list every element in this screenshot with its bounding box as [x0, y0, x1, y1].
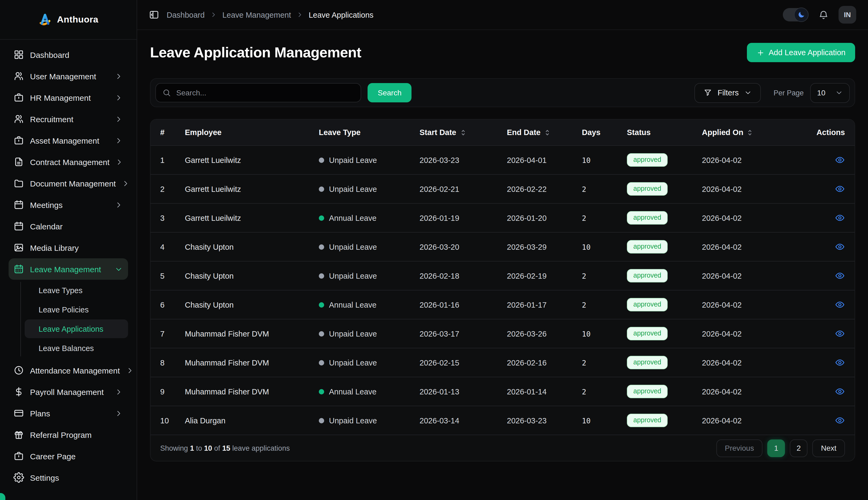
sidebar-item-document-management[interactable]: Document Management — [9, 172, 128, 194]
end-date: 2026-02-19 — [507, 271, 582, 280]
sidebar-item-hr-management[interactable]: HR Management — [9, 87, 128, 108]
add-leave-application-button[interactable]: Add Leave Application — [747, 43, 855, 62]
days-count: 10 — [582, 416, 627, 425]
sidebar-item-calendar[interactable]: Calendar — [9, 215, 128, 237]
leave-type-label: Annual Leave — [329, 387, 376, 396]
sidebar-item-payroll-management[interactable]: Payroll Management — [9, 381, 128, 402]
employee-name: Garrett Lueilwitz — [185, 214, 319, 222]
leave-applications-table: #EmployeeLeave TypeStart DateEnd DateDay… — [150, 119, 855, 462]
applied-on-date: 2026-04-02 — [702, 214, 788, 222]
notifications-bell-icon[interactable] — [818, 9, 829, 20]
days-count: 2 — [582, 300, 627, 309]
breadcrumb-item-leave-management[interactable]: Leave Management — [222, 10, 291, 19]
sidebar-subitem-leave-types[interactable]: Leave Types — [25, 281, 128, 299]
per-page-value: 10 — [817, 88, 825, 97]
sidebar-item-label: Dashboard — [30, 50, 123, 59]
pagination: Previous12Next — [716, 439, 845, 457]
view-eye-icon[interactable] — [835, 271, 845, 281]
chevron-right-icon — [126, 366, 134, 374]
view-eye-icon[interactable] — [835, 386, 845, 397]
end-date: 2026-01-20 — [507, 214, 582, 222]
sidebar-subitem-leave-applications[interactable]: Leave Applications — [25, 319, 128, 338]
view-eye-icon[interactable] — [835, 329, 845, 339]
sidebar-item-label: Plans — [30, 409, 109, 418]
sidebar-subitem-label: Leave Applications — [38, 325, 103, 333]
view-eye-icon[interactable] — [835, 299, 845, 310]
breadcrumb-item-dashboard[interactable]: Dashboard — [167, 10, 205, 19]
table-row: 3Garrett LueilwitzAnnual Leave2026-01-19… — [150, 203, 855, 232]
sidebar-item-label: User Management — [30, 71, 109, 81]
gift-icon — [13, 429, 24, 440]
chevron-right-icon — [296, 11, 303, 18]
sidebar-item-referral-program[interactable]: Referral Program — [9, 424, 128, 445]
applied-on-date: 2026-04-02 — [702, 271, 788, 280]
view-eye-icon[interactable] — [835, 155, 845, 165]
table-row: 10Alia DurganUnpaid Leave2026-03-142026-… — [150, 406, 855, 435]
calendar-days-icon — [13, 264, 24, 274]
page-button-2[interactable]: 2 — [790, 439, 808, 457]
sidebar-item-user-management[interactable]: User Management — [9, 65, 128, 87]
sidebar-item-label: Attendance Management — [30, 366, 120, 375]
column-header-end-date[interactable]: End Date — [507, 128, 582, 137]
view-eye-icon[interactable] — [835, 213, 845, 223]
employee-name: Alia Durgan — [185, 416, 319, 425]
sidebar-item-attendance-management[interactable]: Attendance Management — [9, 360, 128, 381]
row-index: 6 — [160, 300, 185, 309]
days-count: 2 — [582, 214, 627, 222]
view-eye-icon[interactable] — [835, 357, 845, 368]
search-field — [156, 83, 361, 102]
sidebar-collapse-icon[interactable] — [149, 10, 159, 20]
start-date: 2026-01-13 — [420, 387, 507, 396]
brand-name: Anthuora — [57, 14, 98, 25]
sidebar-item-career-page[interactable]: Career Page — [9, 445, 128, 467]
employee-name: Chasity Upton — [185, 271, 319, 280]
sidebar-item-label: Settings — [30, 473, 123, 482]
user-avatar[interactable]: IN — [838, 6, 856, 24]
column-header-start-date[interactable]: Start Date — [420, 128, 507, 137]
sidebar-item-recruitment[interactable]: Recruitment — [9, 108, 128, 130]
sidebar-item-dashboard[interactable]: Dashboard — [9, 44, 128, 65]
start-date: 2026-02-18 — [420, 271, 507, 280]
filters-button[interactable]: Filters — [694, 83, 761, 103]
image-icon — [13, 242, 24, 253]
status-badge: approved — [627, 327, 667, 340]
sidebar-subitem-leave-policies[interactable]: Leave Policies — [25, 300, 128, 319]
file-text-icon — [13, 157, 24, 167]
sidebar-item-leave-management[interactable]: Leave Management — [9, 258, 128, 280]
per-page-select[interactable]: 10 — [810, 83, 850, 103]
view-eye-icon[interactable] — [835, 242, 845, 252]
sort-icon[interactable] — [544, 129, 551, 136]
sidebar-item-media-library[interactable]: Media Library — [9, 237, 128, 258]
chevron-down-icon — [744, 89, 752, 96]
sidebar-item-contract-management[interactable]: Contract Management — [9, 151, 128, 172]
page-button-1[interactable]: 1 — [767, 439, 785, 457]
leave-type-dot — [319, 302, 324, 307]
sidebar-item-label: Referral Program — [30, 430, 123, 439]
sidebar-item-asset-management[interactable]: Asset Management — [9, 130, 128, 151]
employee-name: Muhammad Fisher DVM — [185, 358, 319, 367]
chevron-right-icon — [115, 409, 123, 417]
column-header-employee: Employee — [185, 128, 319, 137]
search-input[interactable] — [176, 88, 354, 97]
applied-on-date: 2026-04-02 — [702, 300, 788, 309]
previous-page-button[interactable]: Previous — [716, 439, 763, 457]
sort-icon[interactable] — [459, 129, 466, 136]
sidebar-item-settings[interactable]: Settings — [9, 467, 128, 488]
applied-on-date: 2026-04-02 — [702, 416, 788, 425]
sidebar-item-meetings[interactable]: Meetings — [9, 194, 128, 215]
sidebar-subitem-leave-balances[interactable]: Leave Balances — [25, 339, 128, 357]
sidebar-subitem-label: Leave Balances — [38, 344, 94, 352]
column-header-applied-on[interactable]: Applied On — [702, 128, 788, 137]
view-eye-icon[interactable] — [835, 184, 845, 194]
search-button[interactable]: Search — [367, 83, 412, 102]
brand[interactable]: Anthuora — [0, 0, 137, 39]
chevron-right-icon — [115, 201, 123, 209]
view-eye-icon[interactable] — [835, 415, 845, 425]
theme-toggle[interactable] — [783, 8, 809, 21]
next-page-button[interactable]: Next — [812, 439, 845, 457]
per-page-control: Per Page 10 — [774, 83, 850, 103]
sidebar-nav: DashboardUser ManagementHR ManagementRec… — [0, 39, 137, 496]
days-count: 10 — [582, 242, 627, 251]
sidebar-item-plans[interactable]: Plans — [9, 402, 128, 424]
sort-icon[interactable] — [747, 129, 754, 136]
